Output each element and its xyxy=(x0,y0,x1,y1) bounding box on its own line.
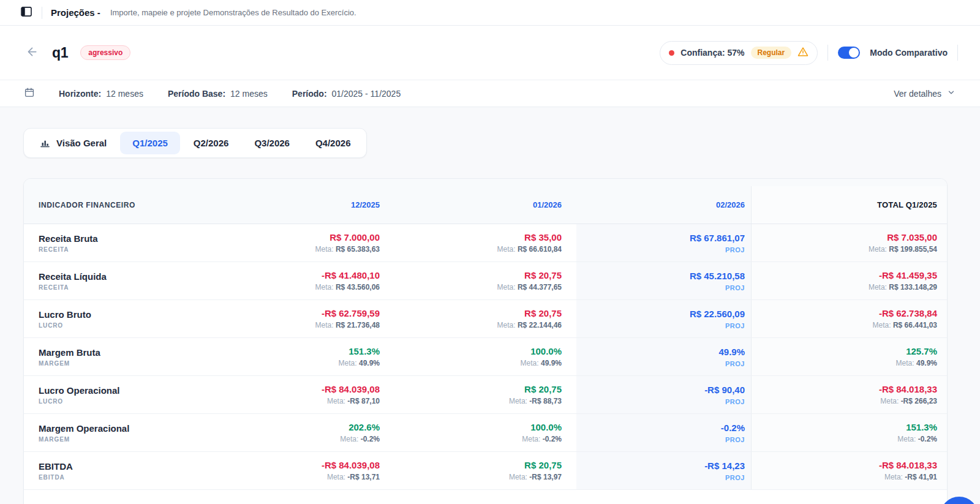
indicator-category: LUCRO xyxy=(39,398,228,405)
meta-value: Meta: R$ 44.377,65 xyxy=(394,283,562,291)
value-cell: 49.9%PROJ xyxy=(576,338,751,375)
meta-label: Meta: xyxy=(896,359,916,367)
tab-vis-o-geral[interactable]: Visão Geral xyxy=(28,132,119,154)
cell-value: -R$ 62.759,59 xyxy=(228,308,380,318)
meta-value: Meta: -R$ 87,10 xyxy=(228,397,380,405)
cell-value: 151.3% xyxy=(228,346,380,356)
sidebar-toggle-button[interactable] xyxy=(20,6,33,20)
meta-amount: R$ 22.144,46 xyxy=(518,321,562,329)
value-cell: R$ 20,75Meta: R$ 44.377,65 xyxy=(394,270,576,291)
indicator-category: MARGEM xyxy=(39,360,228,367)
meta-value: Meta: -R$ 88,73 xyxy=(394,397,562,405)
value-cell: -R$ 84.018,33Meta: -R$ 41,91 xyxy=(751,452,947,489)
meta-amount: -R$ 266,23 xyxy=(901,397,937,405)
page-subtitle: Importe, mapeie e projete Demonstrações … xyxy=(110,8,356,17)
comparative-mode-label: Modo Comparativo xyxy=(870,48,948,58)
horizon-info: Horizonte: 12 meses xyxy=(59,89,143,99)
meta-amount: 49.9% xyxy=(359,359,380,367)
meta-amount: 49.9% xyxy=(541,359,562,367)
table-body: Receita BrutaRECEITAR$ 7.000,00Meta: R$ … xyxy=(24,224,947,490)
confidence-dot-icon xyxy=(669,50,674,56)
meta-label: Meta: xyxy=(497,283,518,291)
indicator-category: MARGEM xyxy=(39,436,228,443)
cell-value: R$ 45.210,58 xyxy=(576,271,745,281)
meta-value: Meta: R$ 66.441,03 xyxy=(752,321,937,329)
confidence-pill[interactable]: Confiança: 57% Regular xyxy=(660,41,818,65)
table-row[interactable]: Receita LíquidaRECEITA-R$ 41.480,10Meta:… xyxy=(24,262,947,300)
confidence-text: Confiança: 57% xyxy=(680,48,744,58)
table-row[interactable]: EBITDAEBITDA-R$ 84.039,08Meta: -R$ 13,71… xyxy=(24,452,947,490)
meta-value: Meta: -0.2% xyxy=(228,435,380,443)
view-details-button[interactable]: Ver detalhes xyxy=(894,88,956,99)
tab-label: Q2/2026 xyxy=(194,138,229,148)
indicator-name: Margem Operacional xyxy=(39,423,228,434)
panel-left-icon xyxy=(21,7,32,18)
meta-amount: -R$ 41,91 xyxy=(905,473,937,481)
value-cell: 125.7%Meta: 49.9% xyxy=(751,338,947,375)
indicator-category: RECEITA xyxy=(39,284,228,291)
value-cell: 151.3%Meta: 49.9% xyxy=(228,346,394,367)
projected-label: PROJ xyxy=(576,322,745,329)
value-cell: R$ 7.035,00Meta: R$ 199.855,54 xyxy=(751,224,947,261)
column-header-02-2026[interactable]: 02/2026 xyxy=(576,200,751,209)
meta-label: Meta: xyxy=(509,473,529,481)
value-cell: -R$ 14,23PROJ xyxy=(576,452,751,489)
cell-value: -0.2% xyxy=(576,423,745,433)
base-period-label: Período Base: xyxy=(168,89,225,99)
table-header-row: INDICADOR FINANCEIRO 12/2025 01/2026 02/… xyxy=(24,179,947,224)
table-row[interactable]: Lucro BrutoLUCRO-R$ 62.759,59Meta: R$ 21… xyxy=(24,300,947,338)
meta-label: Meta: xyxy=(315,245,336,254)
meta-amount: -R$ 87,10 xyxy=(347,397,380,405)
meta-amount: R$ 44.377,65 xyxy=(518,283,562,291)
meta-amount: -R$ 88,73 xyxy=(529,397,562,405)
projected-label: PROJ xyxy=(576,474,745,481)
table-row[interactable]: Receita BrutaRECEITAR$ 7.000,00Meta: R$ … xyxy=(24,224,947,262)
table-row[interactable]: Margem OperacionalMARGEM202.6%Meta: -0.2… xyxy=(24,414,947,452)
tab-q3-2026[interactable]: Q3/2026 xyxy=(242,132,302,154)
period-info: Período: 01/2025 - 11/2025 xyxy=(292,89,401,99)
indicator-name: Receita Bruta xyxy=(39,233,228,244)
back-button[interactable] xyxy=(24,44,40,61)
tab-q1-2025[interactable]: Q1/2025 xyxy=(120,132,180,154)
meta-label: Meta: xyxy=(327,473,347,481)
value-cell: -R$ 84.039,08Meta: -R$ 87,10 xyxy=(228,384,394,405)
cell-value: R$ 67.861,07 xyxy=(576,233,745,243)
tab-label: Q1/2025 xyxy=(132,138,168,148)
meta-value: Meta: -0.2% xyxy=(752,435,937,443)
cell-value: 49.9% xyxy=(576,347,745,357)
divider xyxy=(827,45,828,61)
tab-q2-2026[interactable]: Q2/2026 xyxy=(181,132,241,154)
meta-value: Meta: R$ 66.610,84 xyxy=(394,245,562,254)
value-cell: -R$ 41.459,35Meta: R$ 133.148,29 xyxy=(751,262,947,299)
meta-amount: R$ 66.610,84 xyxy=(518,245,562,254)
value-cell: -R$ 62.738,84Meta: R$ 66.441,03 xyxy=(751,300,947,337)
value-cell: 151.3%Meta: -0.2% xyxy=(751,414,947,451)
value-cell: -R$ 41.480,10Meta: R$ 43.560,06 xyxy=(228,270,394,291)
column-header-01-2026[interactable]: 01/2026 xyxy=(394,200,576,209)
value-cell: -R$ 84.039,08Meta: -R$ 13,71 xyxy=(228,460,394,481)
arrow-left-icon xyxy=(26,45,39,60)
meta-value: Meta: -R$ 41,91 xyxy=(752,473,937,481)
column-header-12-2025[interactable]: 12/2025 xyxy=(228,200,394,209)
horizon-value: 12 meses xyxy=(106,89,143,99)
meta-label: Meta: xyxy=(873,321,893,329)
meta-value: Meta: R$ 133.148,29 xyxy=(752,283,937,291)
chevron-down-icon xyxy=(947,88,956,99)
cell-value: 125.7% xyxy=(752,346,937,356)
table-row[interactable]: Lucro OperacionalLUCRO-R$ 84.039,08Meta:… xyxy=(24,376,947,414)
cell-value: 100.0% xyxy=(394,422,562,432)
meta-amount: R$ 66.441,03 xyxy=(893,321,937,329)
meta-label: Meta: xyxy=(509,397,529,405)
meta-value: Meta: R$ 21.736,48 xyxy=(228,321,380,329)
indicator-name: Lucro Operacional xyxy=(39,385,228,396)
tabs: Visão GeralQ1/2025Q2/2026Q3/2026Q4/2026 xyxy=(23,128,367,158)
tab-q4-2026[interactable]: Q4/2026 xyxy=(303,132,363,154)
value-cell: R$ 67.861,07PROJ xyxy=(576,224,751,261)
base-period-value: 12 meses xyxy=(230,89,268,99)
comparative-mode-toggle[interactable] xyxy=(838,47,860,59)
value-cell: R$ 20,75Meta: -R$ 88,73 xyxy=(394,384,576,405)
table-row[interactable]: Margem BrutaMARGEM151.3%Meta: 49.9%100.0… xyxy=(24,338,947,376)
value-cell: 100.0%Meta: 49.9% xyxy=(394,346,576,367)
value-cell: -R$ 90,40PROJ xyxy=(576,376,751,413)
value-cell: 100.0%Meta: -0.2% xyxy=(394,422,576,443)
